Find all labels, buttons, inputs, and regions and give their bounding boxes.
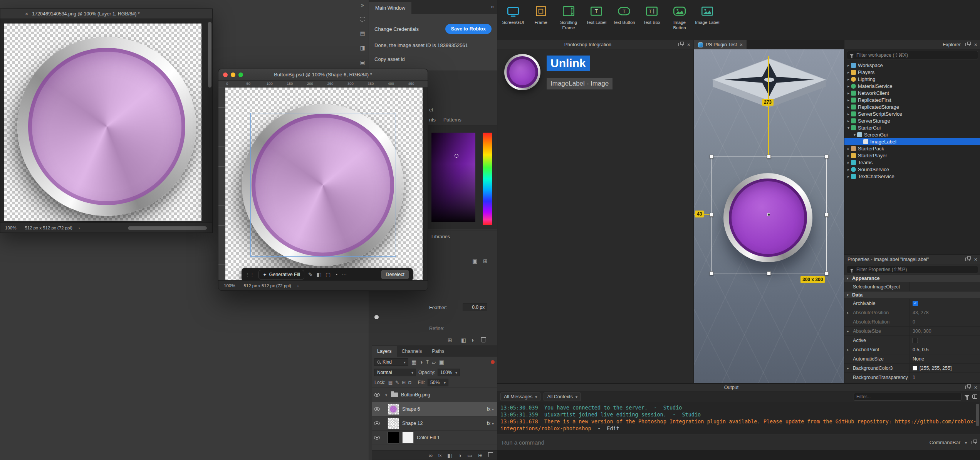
open-log-icon[interactable] [972,394,977,399]
close-tab-icon[interactable]: × [25,11,28,17]
color-swatch[interactable] [913,366,917,371]
doc1-horizontal-scrollbar[interactable] [128,226,207,230]
viewport-3d[interactable]: 273 43 300 x 300 [694,49,844,383]
platform-part[interactable] [709,56,830,122]
lock-all-icon[interactable] [408,380,411,385]
taskbar-grip[interactable]: ⋮⋮ [245,272,255,277]
resize-handle-s[interactable] [767,271,771,275]
unlink-button[interactable]: Unlink [547,56,590,71]
doc1-vertical-scrollbar[interactable] [208,22,211,88]
output-filter[interactable] [854,393,962,401]
property-backgroundtransparency[interactable]: BackgroundTransparency 1 [844,373,980,382]
properties-header[interactable]: Properties - ImageLabel "ImageLabel" × [844,255,980,264]
export-icon[interactable] [360,45,365,51]
selection-invert-icon[interactable] [471,337,474,343]
tool-frame[interactable]: Frame [528,2,554,31]
fill-field[interactable]: 50% [428,379,448,386]
shape-selection-bounds[interactable] [250,113,396,257]
resize-handle-ne[interactable] [825,155,829,158]
brush-tool-icon[interactable] [308,272,313,277]
explorer-filter[interactable] [847,51,978,59]
tool-text-button[interactable]: T Text Button [611,2,637,31]
close-window-button[interactable] [223,72,228,77]
layer-visibility-toggle[interactable] [372,388,382,402]
link-layers-icon[interactable] [429,453,433,458]
property-anchorpoint[interactable]: ▸AnchorPoint 0.5, 0.5 [844,345,980,354]
property-absoluteposition[interactable]: ▸AbsolutePosition 43, 278 [844,308,980,317]
tool-text-box[interactable]: T Text Box [639,2,665,31]
layer-thumbnail[interactable] [388,432,399,443]
doc2-zoom-level[interactable]: 100% [224,283,235,288]
history-icon[interactable] [360,30,365,36]
filter-smart-objects-icon[interactable] [439,359,444,365]
doc2-canvas[interactable]: ⋮⋮ ✦ Generative Fill ⋯ Deselect [225,88,428,280]
tab-patterns[interactable]: Patterns [443,117,461,123]
layer-visibility-toggle[interactable] [372,402,382,416]
close-panel-icon[interactable]: × [974,257,977,262]
checkbox-unchecked[interactable] [913,338,918,343]
layer-row-group[interactable]: ButtonBg.png [372,388,497,402]
tree-item-replicatedstorage[interactable]: ReplicatedStorage [844,103,980,110]
command-input[interactable] [502,439,925,446]
rectangle-select-icon[interactable] [326,272,331,277]
float-panel-icon[interactable] [965,258,970,261]
output-filter-input[interactable] [856,394,959,399]
blend-mode-dropdown[interactable]: Normal [374,369,416,376]
layer-styles-icon[interactable]: fx [438,453,442,458]
opacity-field[interactable]: 100% [438,369,460,376]
add-mask-icon[interactable] [447,453,452,458]
tree-item-startergui[interactable]: StarterGui [844,124,980,131]
lock-transparency-icon[interactable] [388,380,393,385]
output-header[interactable]: Output × [497,384,980,391]
section-appearance[interactable]: Appearance [844,275,980,282]
layer-thumbnail[interactable] [388,403,399,415]
tree-item-materialservice[interactable]: MaterialService [844,83,980,89]
checkbox-checked[interactable]: ✓ [913,301,918,306]
tree-item-lighting[interactable]: Lighting [844,76,980,83]
dock-icon[interactable] [972,441,976,444]
doc1-zoom-level[interactable]: 100% [5,226,16,230]
zoom-window-button[interactable] [238,72,243,77]
linked-image-thumbnail[interactable] [504,54,540,90]
filter-type-layers-icon[interactable] [426,360,429,364]
tree-item-players[interactable]: Players [844,69,980,76]
collapse-plugin-icon[interactable]: » [491,4,494,9]
generative-fill-button[interactable]: ✦ Generative Fill [258,270,304,280]
filter-pixel-layers-icon[interactable] [411,359,416,365]
property-absoluterotation[interactable]: AbsoluteRotation 0 [844,317,980,327]
color-saturation-field[interactable] [431,133,475,222]
anchor-point-marker[interactable] [767,213,770,216]
color-picker-marker[interactable] [455,154,458,158]
filter-shape-layers-icon[interactable] [432,359,436,365]
close-panel-icon[interactable]: × [974,42,977,47]
tab-layers[interactable]: Layers [372,346,397,357]
chevron-down-icon[interactable] [965,440,967,445]
property-automaticsize[interactable]: AutomaticSize None [844,354,980,364]
filter-adjustment-layers-icon[interactable] [420,359,423,365]
subtract-selection-icon[interactable] [317,272,322,277]
tree-item-soundservice[interactable]: SoundService [844,166,980,173]
layer-name[interactable]: Shape 6 [402,406,420,412]
chevron-right-icon[interactable]: › [297,283,299,288]
tool-image-label[interactable]: Image Label [695,2,720,31]
layer-name[interactable]: ButtonBg.png [401,392,430,398]
tree-item-workspace[interactable]: Workspace [844,62,980,69]
close-panel-icon[interactable]: × [687,42,690,47]
save-to-roblox-button[interactable]: Save to Roblox [445,24,492,34]
output-scrollbar[interactable] [976,404,979,426]
tree-item-textchatservice[interactable]: TextChatService [844,173,980,180]
library-add-icon[interactable] [483,258,488,264]
copy-asset-id-link[interactable]: Copy asset id [374,56,492,62]
lock-position-icon[interactable] [402,380,406,385]
layer-fx-badge[interactable]: fx [487,421,490,426]
layer-visibility-toggle[interactable] [372,431,382,445]
filter-icon[interactable] [965,395,969,398]
doc1-canvas[interactable] [0,19,212,223]
layer-name[interactable]: Color Fill 1 [417,435,440,440]
filter-toggle[interactable] [491,360,495,364]
tree-item-starterpack[interactable]: StarterPack [844,145,980,152]
group-expand-arrow[interactable] [384,393,389,397]
layer-row-shape12[interactable]: Shape 12 fx [372,416,497,431]
tree-item-replicatedfirst[interactable]: ReplicatedFirst [844,96,980,103]
close-panel-icon[interactable]: × [974,385,977,390]
